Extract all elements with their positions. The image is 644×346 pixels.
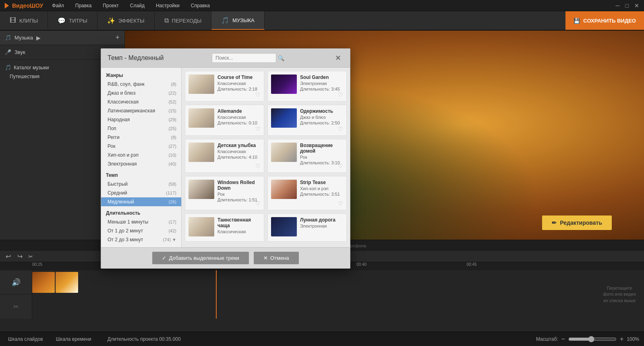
cancel-x-icon: ✕ <box>263 255 268 261</box>
close-icon[interactable]: ✕ <box>633 2 641 9</box>
add-tracks-button[interactable]: ✓ Добавить выделенные треки <box>152 252 248 264</box>
track-name-1: Course of Time <box>217 75 261 80</box>
tab-music-label: МУЗЫКА <box>232 17 254 23</box>
genre-rnb-count: (8) <box>171 82 176 87</box>
genre-rnb[interactable]: R&B, соул, фанк (8) <box>101 80 181 89</box>
track-course-of-time[interactable]: Course of Time Классическая Длительность… <box>185 71 264 102</box>
tempo-medium-label: Средний <box>108 190 127 196</box>
edit-label: Редактировать <box>560 220 602 226</box>
menu-help[interactable]: Справка <box>188 2 212 9</box>
app-logo: ВидеоШОУ <box>3 2 43 9</box>
timeline-scissors-icon[interactable]: ✂ <box>28 253 33 260</box>
search-input[interactable] <box>212 53 276 63</box>
track-content: Перетащите фото или видео из списка выше <box>32 270 644 319</box>
genre-electronic-label: Электронная <box>108 161 137 167</box>
track-strip-tease[interactable]: Strip Tease Хип-хоп и рэп Длительность: … <box>267 176 347 210</box>
edit-button[interactable]: ✏ Редактировать <box>542 215 612 230</box>
genre-folk[interactable]: Народная (29) <box>101 115 181 124</box>
menu-edit[interactable]: Правка <box>73 2 94 9</box>
tempo-slow-label: Медленный <box>108 199 134 205</box>
track-fav-4[interactable]: ♡ <box>338 126 343 132</box>
track-name-5: Детская улыбка <box>217 143 261 148</box>
save-video-button[interactable]: 💾 СОХРАНИТЬ ВИДЕО <box>565 11 644 30</box>
minimize-icon[interactable]: ─ <box>614 2 621 9</box>
dur-1to2[interactable]: От 1 до 2 минут (42) <box>101 226 181 235</box>
genre-rnb-label: R&B, соул, фанк <box>108 81 145 87</box>
music-catalog-modal: Темп - Медленный 🔍 ✕ Жанры R&B, соул, фа… <box>101 48 350 269</box>
menu-file[interactable]: Файл <box>50 2 66 9</box>
modal-header: Темп - Медленный 🔍 ✕ <box>101 49 350 68</box>
tempo-fast[interactable]: Быстрый (58) <box>101 180 181 189</box>
tempo-slow[interactable]: Медленный (26) <box>101 197 181 206</box>
dur-less1[interactable]: Меньше 1 минуты (17) <box>101 218 181 226</box>
menu-project[interactable]: Проект <box>100 2 121 9</box>
genre-reggae[interactable]: Регги (8) <box>101 133 181 142</box>
track-genre-9: Классическая <box>217 229 261 234</box>
track-fav-8[interactable]: ♡ <box>338 200 343 207</box>
playhead <box>216 270 217 319</box>
modal-sidebar: Жанры R&B, соул, фанк (8) Джаз и блюз (2… <box>101 68 182 247</box>
pencil-icon: ✏ <box>552 220 557 226</box>
track-name-4: Одержимость <box>300 108 343 114</box>
add-track-button[interactable]: + <box>115 33 120 42</box>
travel-label: Путешествия <box>10 74 39 79</box>
modal-close-button[interactable]: ✕ <box>333 53 344 63</box>
tab-transitions[interactable]: ⧉ ПЕРЕХОДЫ <box>155 11 212 30</box>
track-fav-2[interactable]: ♡ <box>338 91 343 98</box>
track-genre-3: Классическая <box>217 115 261 120</box>
genre-classical[interactable]: Классическая (52) <box>101 97 181 106</box>
tab-music[interactable]: 🎵 МУЗЫКА <box>211 11 264 30</box>
search-icon[interactable]: 🔍 <box>278 55 284 61</box>
track-name-9: Таинственная чаща <box>217 217 261 228</box>
track-fav-6[interactable]: ♡ <box>338 163 343 169</box>
app-title: ВидеоШОУ <box>12 2 43 9</box>
genre-hiphop-count: (10) <box>168 153 176 157</box>
genre-hiphop[interactable]: Хип-хоп и рэп (10) <box>101 151 181 160</box>
track-fav-5[interactable]: ♡ <box>255 163 261 169</box>
zoom-minus-button[interactable]: − <box>561 336 565 343</box>
clip-2[interactable] <box>56 272 78 293</box>
time-scale-tab[interactable]: Шкала времени <box>53 335 95 344</box>
zoom-plus-button[interactable]: + <box>620 336 623 343</box>
dur-2to3[interactable]: От 2 до 3 минут (74) ▼ <box>101 235 181 244</box>
maximize-icon[interactable]: □ <box>624 2 630 9</box>
tempo-medium-count: (117) <box>166 191 176 195</box>
track-fav-3[interactable]: ♡ <box>255 126 261 132</box>
clip-1[interactable] <box>32 272 55 293</box>
track-soul-garden[interactable]: Soul Garden Электронная Длительность: 3:… <box>267 71 347 102</box>
track-genre-2: Электронная <box>300 81 343 86</box>
dur-2to3-label: От 2 до 3 минут <box>108 237 143 242</box>
track-fav-1[interactable]: ♡ <box>255 91 261 98</box>
slide-scale-tab[interactable]: Шкала слайдов <box>5 335 46 344</box>
genre-jazz[interactable]: Джаз и блюз (22) <box>101 89 181 97</box>
track-lunnaya-doroga[interactable]: Лунная дорога Электронная <box>267 213 347 242</box>
track-vozvraschenie[interactable]: Возвращение домой Рок Длительность: 3:10… <box>267 139 347 173</box>
menu-settings[interactable]: Настройки <box>153 2 182 9</box>
menu-slide[interactable]: Слайд <box>128 2 147 9</box>
genre-latin[interactable]: Латиноамериканская (15) <box>101 106 181 115</box>
genre-folk-label: Народная <box>108 117 130 122</box>
genre-hiphop-label: Хип-хоп и рэп <box>108 152 139 158</box>
track-windows-rolled-down[interactable]: Windows Rolled Down Рок Длительность: 1:… <box>185 176 264 210</box>
genre-rock[interactable]: Рок (27) <box>101 142 181 151</box>
track-genre-5: Классическая <box>217 149 261 154</box>
music-panel-header: 🎵 Музыка ▶ + <box>0 31 124 45</box>
tab-clips[interactable]: 🎞 КЛИПЫ <box>0 11 48 30</box>
catalog-music-icon: 🎵 <box>5 64 11 70</box>
track-detskaya-ulybka[interactable]: Детская улыбка Классическая Длительность… <box>185 139 264 173</box>
undo-button[interactable]: ↩ <box>3 252 13 261</box>
track-allemande[interactable]: Allemande Классическая Длительность: 0:1… <box>185 105 264 135</box>
track-name-8: Strip Tease <box>300 180 343 185</box>
genre-pop[interactable]: Поп (25) <box>101 124 181 133</box>
cancel-button[interactable]: ✕ Отмена <box>254 252 299 264</box>
track-tainstvennaya[interactable]: Таинственная чаща Классическая <box>185 213 264 242</box>
zoom-slider[interactable] <box>568 336 617 342</box>
track-fav-7[interactable]: ♡ <box>255 200 261 207</box>
genre-electronic[interactable]: Электронная (40) <box>101 160 181 168</box>
tab-titles[interactable]: 💬 ТИТРЫ <box>48 11 97 30</box>
redo-button[interactable]: ↪ <box>15 252 25 261</box>
tempo-medium[interactable]: Средний (117) <box>101 189 181 197</box>
track-oderzhimost[interactable]: Одержимость Джаз и блюз Длительность: 2:… <box>267 105 347 135</box>
track-duration-7: Длительность: 1:51 <box>217 197 261 202</box>
tab-effects[interactable]: ✨ ЭФФЕКТЫ <box>97 11 155 30</box>
